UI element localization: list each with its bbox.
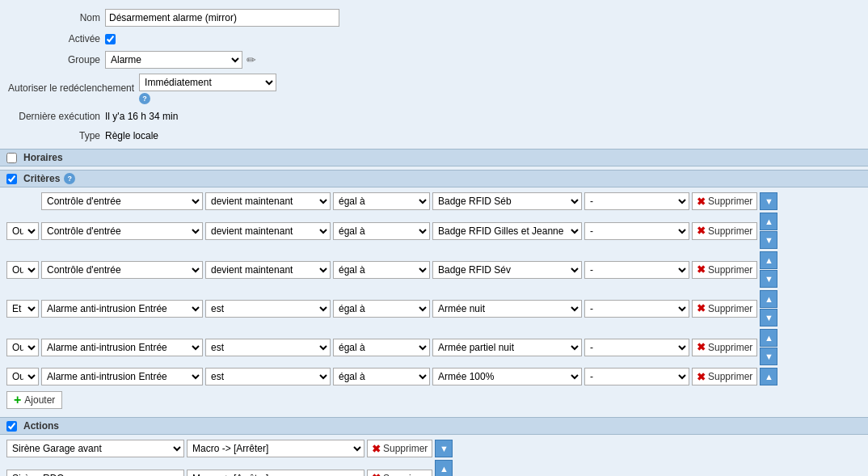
supprimer-button[interactable]: ✖Supprimer bbox=[367, 470, 432, 477]
criteria-col2-select[interactable]: devient maintenant bbox=[205, 261, 331, 279]
plus-icon: + bbox=[14, 394, 21, 406]
criteria-prefix-select[interactable]: Et bbox=[6, 300, 39, 318]
criteria-col1-select[interactable]: Contrôle d'entrée bbox=[41, 222, 203, 240]
criteria-prefix-select[interactable]: Ou bbox=[6, 339, 39, 356]
criteria-col1-select[interactable]: Contrôle d'entrée bbox=[41, 261, 203, 279]
pencil-icon[interactable]: ✏ bbox=[246, 53, 256, 66]
criteria-col1-select[interactable]: Alarme anti-intrusion Entrée bbox=[41, 368, 203, 385]
move-buttons: ▼ bbox=[435, 440, 453, 457]
action-col1-select[interactable]: Sirène Garage avant bbox=[6, 440, 184, 457]
criteria-col3-select[interactable]: égal à bbox=[333, 192, 430, 210]
move-buttons: ▼ bbox=[760, 192, 777, 210]
autoriser-label: Autoriser le redéclenchement bbox=[8, 82, 139, 95]
criteria-col2-select[interactable]: est bbox=[205, 339, 331, 356]
criteria-col3-select[interactable]: égal à bbox=[333, 300, 430, 318]
criteria-col4-select[interactable]: Badge RFID Séb bbox=[432, 192, 582, 210]
move-down-button[interactable]: ▼ bbox=[435, 440, 453, 457]
supprimer-button[interactable]: ✖Supprimer bbox=[692, 368, 757, 385]
criteria-col2-select[interactable]: devient maintenant bbox=[205, 192, 331, 210]
criteria-prefix-select[interactable]: Ou bbox=[6, 368, 39, 385]
criteria-col5-select[interactable]: - bbox=[584, 339, 689, 356]
criteria-row: Ou Contrôle d'entrée devient maintenant … bbox=[6, 251, 862, 288]
criteria-col1-select[interactable]: Alarme anti-intrusion Entrée bbox=[41, 339, 203, 356]
supprimer-button[interactable]: ✖Supprimer bbox=[692, 339, 757, 356]
move-buttons: ▲ ▼ bbox=[760, 290, 777, 326]
criteria-col2-select[interactable]: est bbox=[205, 300, 331, 318]
move-up-button[interactable]: ▲ bbox=[760, 290, 777, 308]
move-up-button[interactable]: ▲ bbox=[760, 368, 777, 385]
criteria-col3-select[interactable]: égal à bbox=[333, 261, 430, 279]
actions-checkbox[interactable] bbox=[6, 421, 17, 432]
groupe-label: Groupe bbox=[8, 54, 105, 65]
actions-section-header[interactable]: Actions bbox=[0, 417, 868, 435]
criteria-col4-select[interactable]: Badge RFID Gilles et Jeanne bbox=[432, 222, 582, 240]
move-buttons: ▲ ▼ bbox=[760, 329, 777, 365]
criteria-col3-select[interactable]: égal à bbox=[333, 339, 430, 356]
derniere-label: Dernière exécution bbox=[8, 111, 105, 122]
move-down-button[interactable]: ▼ bbox=[760, 231, 777, 249]
x-icon: ✖ bbox=[697, 225, 706, 237]
move-down-button[interactable]: ▼ bbox=[760, 270, 777, 288]
criteria-col4-select[interactable]: Armée partiel nuit bbox=[432, 339, 582, 356]
activee-label: Activée bbox=[8, 33, 105, 44]
criteria-row: Ou Alarme anti-intrusion Entrée est égal… bbox=[6, 368, 862, 385]
criteres-section-header[interactable]: Critères ? bbox=[0, 170, 868, 187]
criteria-col5-select[interactable]: - bbox=[584, 368, 689, 385]
criteria-col4-select[interactable]: Armée nuit bbox=[432, 300, 582, 318]
horaires-checkbox[interactable] bbox=[6, 153, 17, 163]
autoriser-select[interactable]: Immédiatement bbox=[139, 74, 276, 91]
supprimer-button[interactable]: ✖Supprimer bbox=[692, 192, 757, 210]
criteria-prefix-select[interactable]: Ou bbox=[6, 261, 39, 279]
move-up-button[interactable]: ▲ bbox=[760, 251, 777, 269]
criteria-col4-select[interactable]: Armée 100% bbox=[432, 368, 582, 385]
info-icon[interactable]: ? bbox=[139, 93, 150, 104]
move-buttons: ▲ ▼ bbox=[435, 460, 453, 476]
supprimer-button[interactable]: ✖Supprimer bbox=[692, 300, 757, 318]
criteria-row: Contrôle d'entrée devient maintenant éga… bbox=[6, 192, 862, 210]
criteria-col3-select[interactable]: égal à bbox=[333, 222, 430, 240]
move-down-button[interactable]: ▼ bbox=[760, 309, 777, 326]
criteria-col2-select[interactable]: est bbox=[205, 368, 331, 385]
criteria-col5-select[interactable]: - bbox=[584, 192, 689, 210]
criteres-checkbox[interactable] bbox=[6, 174, 17, 184]
criteria-col5-select[interactable]: - bbox=[584, 222, 689, 240]
x-icon: ✖ bbox=[372, 443, 381, 455]
nom-input[interactable] bbox=[105, 9, 339, 27]
action-col1-select[interactable]: Sirène RDC bbox=[6, 470, 184, 477]
criteria-col4-select[interactable]: Badge RFID Sév bbox=[432, 261, 582, 279]
move-up-button[interactable]: ▲ bbox=[760, 213, 777, 230]
actions-section: Sirène Garage avant Macro -> [Arrêter] ✖… bbox=[0, 435, 868, 476]
criteria-col3-select[interactable]: égal à bbox=[333, 368, 430, 385]
move-buttons: ▲ bbox=[760, 368, 777, 385]
move-buttons: ▲ ▼ bbox=[760, 251, 777, 288]
criteria-prefix-select[interactable]: Ou bbox=[6, 222, 39, 240]
activee-checkbox[interactable] bbox=[105, 34, 116, 44]
criteria-col5-select[interactable]: - bbox=[584, 300, 689, 318]
action-col2-select[interactable]: Macro -> [Arrêter] bbox=[187, 470, 364, 477]
action-col2-select[interactable]: Macro -> [Arrêter] bbox=[187, 440, 364, 457]
supprimer-button[interactable]: ✖Supprimer bbox=[367, 440, 432, 457]
x-icon: ✖ bbox=[697, 263, 706, 276]
groupe-select[interactable]: Alarme bbox=[105, 51, 242, 69]
horaires-section-header[interactable]: Horaires bbox=[0, 149, 868, 166]
actions-label: Actions bbox=[23, 420, 59, 432]
supprimer-button[interactable]: ✖Supprimer bbox=[692, 222, 757, 240]
criteria-col2-select[interactable]: devient maintenant bbox=[205, 222, 331, 240]
move-buttons: ▲ ▼ bbox=[760, 213, 777, 249]
criteria-col5-select[interactable]: - bbox=[584, 261, 689, 279]
move-down-button[interactable]: ▼ bbox=[760, 348, 777, 365]
move-up-button[interactable]: ▲ bbox=[760, 329, 777, 347]
move-down-button[interactable]: ▼ bbox=[760, 192, 777, 210]
supprimer-button[interactable]: ✖Supprimer bbox=[692, 261, 757, 279]
move-up-button[interactable]: ▲ bbox=[435, 460, 453, 476]
criteres-label: Critères bbox=[23, 173, 60, 184]
criteria-col1-select[interactable]: Contrôle d'entrée bbox=[41, 192, 203, 210]
x-icon: ✖ bbox=[697, 302, 706, 314]
criteres-info-icon[interactable]: ? bbox=[64, 173, 75, 184]
x-icon: ✖ bbox=[697, 371, 706, 383]
action-row: Sirène Garage avant Macro -> [Arrêter] ✖… bbox=[6, 440, 862, 457]
type-label: Type bbox=[8, 130, 105, 141]
criteria-col1-select[interactable]: Alarme anti-intrusion Entrée bbox=[41, 300, 203, 318]
criteria-section: Contrôle d'entrée devient maintenant éga… bbox=[0, 187, 868, 414]
criteria-ajouter-button[interactable]: + Ajouter bbox=[6, 391, 62, 409]
